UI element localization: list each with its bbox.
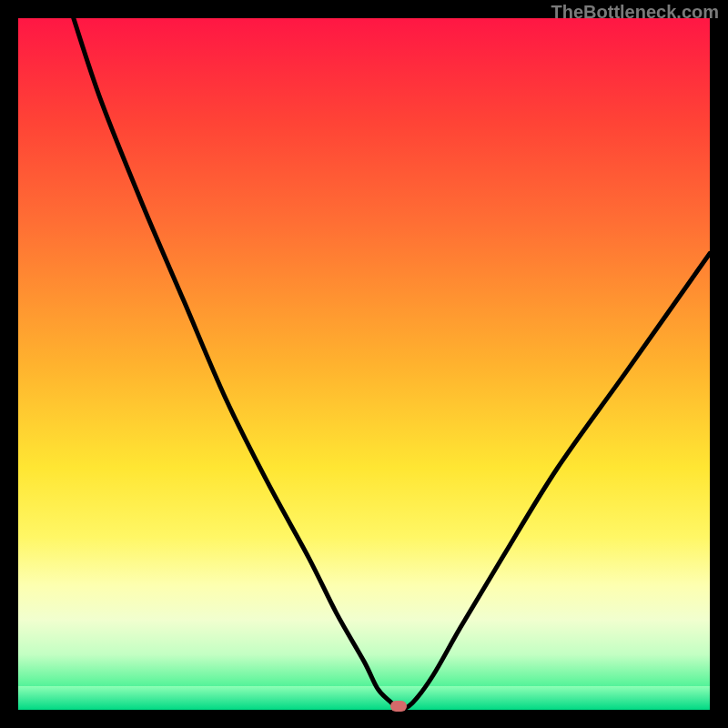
plot-area — [18, 18, 710, 710]
chart-stage: TheBottleneck.com — [0, 0, 728, 728]
optimal-zone-band — [18, 686, 710, 710]
bottleneck-curve — [18, 18, 710, 710]
optimum-marker — [390, 701, 407, 712]
